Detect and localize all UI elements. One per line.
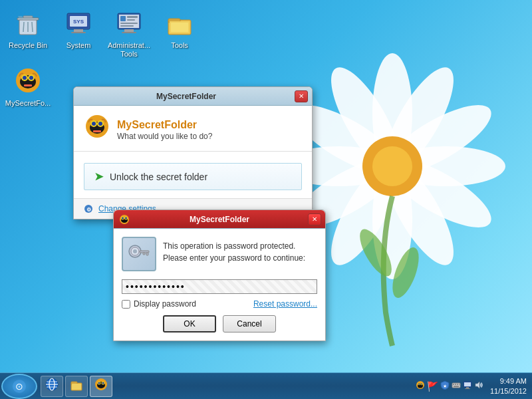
desktop-icon-recycle-bin[interactable]: Recycle Bin bbox=[5, 5, 51, 61]
svg-point-1 bbox=[372, 53, 412, 173]
taskbar: ⊙ bbox=[0, 372, 532, 399]
svg-point-53 bbox=[98, 122, 102, 126]
svg-point-15 bbox=[387, 244, 424, 301]
desktop-icons-col1: MySecretFo... bbox=[5, 63, 51, 110]
svg-point-85 bbox=[102, 382, 104, 384]
svg-point-12 bbox=[362, 136, 422, 196]
svg-point-45 bbox=[23, 76, 27, 80]
tools-folder-icon bbox=[164, 7, 196, 39]
msf-app-icon bbox=[84, 114, 110, 146]
msf-header: MySecretFolder What would you like to do… bbox=[74, 106, 312, 152]
msf-taskbar-icon bbox=[94, 378, 108, 394]
svg-point-7 bbox=[372, 160, 412, 279]
display-password-label: Display password bbox=[134, 299, 196, 309]
svg-rect-67 bbox=[146, 253, 148, 255]
msf-close-button[interactable]: ✕ bbox=[295, 90, 308, 102]
clock-time: 9:49 AM bbox=[490, 376, 527, 386]
system-label: System bbox=[66, 41, 91, 50]
start-button[interactable]: ⊙ bbox=[1, 374, 37, 399]
tray-icon-volume bbox=[474, 380, 483, 392]
svg-rect-31 bbox=[122, 32, 136, 33]
explorer-icon bbox=[70, 378, 83, 394]
desktop-icon-mysecretfolder[interactable]: MySecretFo... bbox=[5, 63, 51, 110]
reset-password-link[interactable]: Reset password... bbox=[253, 299, 317, 309]
svg-rect-98 bbox=[454, 386, 459, 387]
svg-rect-33 bbox=[127, 16, 138, 18]
svg-point-3 bbox=[376, 92, 500, 187]
svg-rect-54 bbox=[93, 130, 101, 132]
svg-point-4 bbox=[386, 146, 505, 186]
admin-tools-icon bbox=[113, 7, 145, 39]
svg-point-5 bbox=[376, 146, 500, 240]
recycle-bin-label: Recycle Bin bbox=[9, 41, 47, 50]
taskbar-items bbox=[41, 376, 416, 397]
taskbar-item-explorer[interactable] bbox=[65, 376, 88, 397]
system-icon: SYS bbox=[63, 7, 94, 39]
password-input[interactable] bbox=[122, 279, 317, 294]
svg-rect-95 bbox=[455, 384, 456, 385]
tools-label: Tools bbox=[171, 41, 188, 50]
svg-text:★: ★ bbox=[443, 384, 447, 388]
svg-point-62 bbox=[125, 217, 127, 219]
tray-icon-monitor bbox=[463, 380, 472, 392]
svg-line-19 bbox=[23, 22, 24, 32]
svg-rect-25 bbox=[71, 32, 86, 33]
desktop-icons-row1: Recycle Bin SYS System bbox=[5, 5, 202, 61]
desktop-icon-tools[interactable]: Tools bbox=[157, 5, 202, 61]
ie-icon bbox=[45, 378, 59, 394]
pwd-message-line1: This operation is password protected. bbox=[163, 241, 295, 251]
svg-rect-35 bbox=[120, 23, 138, 24]
svg-rect-96 bbox=[457, 384, 458, 385]
svg-point-46 bbox=[29, 76, 33, 80]
unlock-option-label: Unlock the secret folder bbox=[110, 172, 207, 182]
taskbar-item-ie[interactable] bbox=[41, 376, 63, 397]
ok-button[interactable]: OK bbox=[163, 315, 216, 332]
desktop-icon-admin-tools[interactable]: Administrat... Tools bbox=[106, 5, 152, 61]
svg-rect-79 bbox=[72, 384, 81, 390]
svg-point-0 bbox=[319, 59, 413, 182]
svg-rect-24 bbox=[74, 29, 83, 32]
svg-point-91 bbox=[421, 384, 422, 385]
msf-subtitle: What would you like to do? bbox=[117, 132, 212, 141]
unlock-option-button[interactable]: ➤ Unlock the secret folder bbox=[84, 163, 302, 190]
svg-point-13 bbox=[372, 146, 412, 186]
pwd-dialog-title: MySecretFolder bbox=[131, 215, 308, 224]
unlock-arrow-icon: ➤ bbox=[94, 170, 103, 183]
desktop-icon-system[interactable]: SYS System bbox=[56, 5, 101, 61]
display-password-checkbox[interactable] bbox=[122, 300, 130, 309]
password-dialog: MySecretFolder ✕ This operation is passw… bbox=[113, 209, 326, 341]
svg-point-84 bbox=[98, 382, 100, 384]
clock-date: 11/15/2012 bbox=[490, 386, 527, 396]
clock-display[interactable]: 9:49 AM 11/15/2012 bbox=[490, 376, 527, 396]
svg-point-52 bbox=[92, 122, 96, 126]
tray-icon-shield: ★ bbox=[440, 380, 450, 392]
svg-point-14 bbox=[354, 225, 398, 281]
pwd-titlebar: MySecretFolder ✕ bbox=[114, 210, 325, 229]
pwd-content: This operation is password protected. Pl… bbox=[114, 229, 325, 340]
svg-rect-97 bbox=[459, 384, 460, 385]
msf-titlebar: MySecretFolder ✕ bbox=[74, 87, 312, 106]
svg-text:⊙: ⊙ bbox=[15, 381, 23, 392]
svg-line-21 bbox=[32, 22, 33, 32]
svg-text:SYS: SYS bbox=[73, 19, 84, 25]
svg-marker-103 bbox=[475, 382, 479, 388]
cancel-button[interactable]: Cancel bbox=[223, 315, 276, 332]
tray-icon-keyboard bbox=[452, 380, 461, 392]
svg-text:⚙: ⚙ bbox=[86, 207, 91, 213]
svg-point-61 bbox=[122, 217, 124, 219]
system-tray: 🚩 ★ bbox=[416, 376, 532, 396]
pwd-message: This operation is password protected. Pl… bbox=[163, 237, 305, 271]
msf-body: ➤ Unlock the secret folder bbox=[74, 152, 312, 198]
svg-rect-36 bbox=[120, 25, 134, 27]
tray-icon-msf bbox=[416, 380, 425, 392]
svg-rect-94 bbox=[453, 384, 454, 385]
pwd-message-line2: Please enter your password to continue: bbox=[163, 253, 305, 263]
pwd-close-button[interactable]: ✕ bbox=[308, 213, 321, 225]
svg-point-8 bbox=[319, 150, 413, 274]
svg-point-90 bbox=[418, 384, 420, 385]
svg-rect-40 bbox=[171, 23, 188, 32]
svg-rect-101 bbox=[466, 387, 469, 388]
svg-rect-34 bbox=[127, 19, 135, 21]
taskbar-item-msf[interactable] bbox=[90, 376, 112, 397]
msf-app-name: MySecretFolder bbox=[117, 119, 212, 131]
